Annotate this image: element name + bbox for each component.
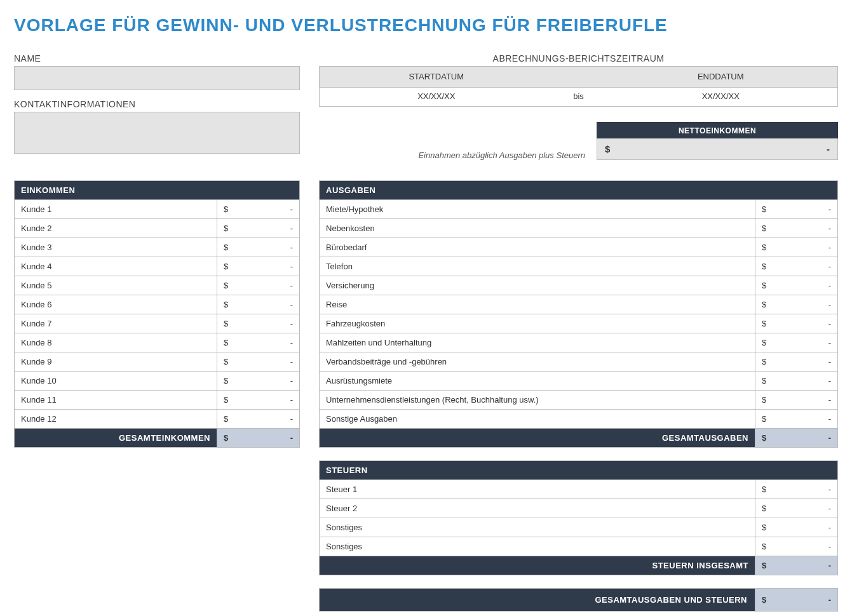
tax-label[interactable]: Steuer 1: [320, 480, 755, 499]
tax-amount[interactable]: $-: [755, 480, 838, 499]
expense-row: Versicherung$-: [320, 276, 838, 295]
taxes-table: STEUERN Steuer 1$-Steuer 2$-Sonstiges$-S…: [319, 460, 838, 575]
income-row: Kunde 8$-: [15, 333, 300, 352]
contact-label: KONTAKTINFORMATIONEN: [14, 99, 300, 109]
income-label[interactable]: Kunde 10: [15, 372, 217, 391]
expense-amount[interactable]: $-: [755, 295, 838, 314]
income-label[interactable]: Kunde 5: [15, 276, 217, 295]
expense-label[interactable]: Bürobedarf: [320, 238, 755, 257]
income-amount[interactable]: $-: [217, 391, 300, 410]
income-amount[interactable]: $-: [217, 352, 300, 372]
expense-label[interactable]: Verbandsbeiträge und -gebühren: [320, 352, 755, 372]
income-total-label: GESAMTEINKOMMEN: [15, 429, 217, 448]
expense-label[interactable]: Versicherung: [320, 276, 755, 295]
expense-label[interactable]: Fahrzeugkosten: [320, 314, 755, 333]
income-amount[interactable]: $-: [217, 333, 300, 352]
expense-label[interactable]: Reise: [320, 295, 755, 314]
net-income-amount: -: [827, 144, 830, 154]
tax-amount[interactable]: $-: [755, 499, 838, 518]
income-row: Kunde 5$-: [15, 276, 300, 295]
expense-row: Bürobedarf$-: [320, 238, 838, 257]
income-label[interactable]: Kunde 9: [15, 352, 217, 372]
tax-label[interactable]: Steuer 2: [320, 499, 755, 518]
expense-amount[interactable]: $-: [755, 333, 838, 352]
income-amount[interactable]: $-: [217, 410, 300, 429]
income-row: Kunde 3$-: [15, 238, 300, 257]
income-amount[interactable]: $-: [217, 238, 300, 257]
tax-label[interactable]: Sonstiges: [320, 518, 755, 537]
name-label: NAME: [14, 53, 300, 64]
expense-label[interactable]: Telefon: [320, 257, 755, 276]
expense-amount[interactable]: $-: [755, 276, 838, 295]
expense-row: Sonstige Ausgaben$-: [320, 410, 838, 429]
income-label[interactable]: Kunde 12: [15, 410, 217, 429]
expense-amount[interactable]: $-: [755, 200, 838, 219]
income-amount[interactable]: $-: [217, 276, 300, 295]
income-row: Kunde 4$-: [15, 257, 300, 276]
net-income-value: $ -: [597, 138, 838, 160]
expenses-total-label: GESAMTAUSGABEN: [320, 429, 755, 448]
income-row: Kunde 11$-: [15, 391, 300, 410]
expense-label[interactable]: Sonstige Ausgaben: [320, 410, 755, 429]
contact-input[interactable]: [14, 112, 300, 154]
end-date-header: ENDDATUM: [604, 67, 838, 87]
income-row: Kunde 12$-: [15, 410, 300, 429]
income-amount[interactable]: $-: [217, 200, 300, 219]
income-label[interactable]: Kunde 11: [15, 391, 217, 410]
expense-amount[interactable]: $-: [755, 352, 838, 372]
income-label[interactable]: Kunde 2: [15, 219, 217, 238]
taxes-total-label: STEUERN INSGESAMT: [320, 556, 755, 575]
expense-amount[interactable]: $-: [755, 219, 838, 238]
start-date-header: STARTDATUM: [320, 67, 553, 87]
income-amount[interactable]: $-: [217, 219, 300, 238]
expense-row: Verbandsbeiträge und -gebühren$-: [320, 352, 838, 372]
income-label[interactable]: Kunde 6: [15, 295, 217, 314]
tax-label[interactable]: Sonstiges: [320, 537, 755, 556]
net-income-header: NETTOEINKOMMEN: [597, 122, 838, 138]
expense-label[interactable]: Ausrüstungsmiete: [320, 372, 755, 391]
period-label: ABRECHNUNGS-BERICHTSZEITRAUM: [319, 53, 838, 64]
expense-amount[interactable]: $-: [755, 372, 838, 391]
grand-total-label: GESAMTAUSGABEN UND STEUERN: [320, 589, 755, 612]
expense-amount[interactable]: $-: [755, 410, 838, 429]
tax-row: Sonstiges$-: [320, 518, 838, 537]
taxes-total-value: $-: [755, 556, 838, 575]
period-value-row: XX/XX/XX bis XX/XX/XX: [319, 88, 838, 107]
start-date-value[interactable]: XX/XX/XX: [320, 88, 553, 106]
tax-amount[interactable]: $-: [755, 537, 838, 556]
expense-amount[interactable]: $-: [755, 391, 838, 410]
income-label[interactable]: Kunde 8: [15, 333, 217, 352]
expense-label[interactable]: Unternehmensdienstleistungen (Recht, Buc…: [320, 391, 755, 410]
income-amount[interactable]: $-: [217, 295, 300, 314]
period-header-row: STARTDATUM ENDDATUM: [319, 66, 838, 88]
expense-label[interactable]: Nebenkosten: [320, 219, 755, 238]
income-amount[interactable]: $-: [217, 257, 300, 276]
expense-row: Telefon$-: [320, 257, 838, 276]
taxes-header: STEUERN: [320, 461, 838, 480]
expense-amount[interactable]: $-: [755, 314, 838, 333]
income-label[interactable]: Kunde 7: [15, 314, 217, 333]
expenses-header: AUSGABEN: [320, 181, 838, 200]
income-label[interactable]: Kunde 1: [15, 200, 217, 219]
income-label[interactable]: Kunde 3: [15, 238, 217, 257]
income-row: Kunde 9$-: [15, 352, 300, 372]
end-date-value[interactable]: XX/XX/XX: [604, 88, 838, 106]
expense-row: Nebenkosten$-: [320, 219, 838, 238]
expense-label[interactable]: Miete/Hypothek: [320, 200, 755, 219]
expense-amount[interactable]: $-: [755, 257, 838, 276]
expense-amount[interactable]: $-: [755, 238, 838, 257]
name-input[interactable]: [14, 66, 300, 90]
grand-total-table: GESAMTAUSGABEN UND STEUERN $-: [319, 588, 838, 612]
tax-row: Steuer 1$-: [320, 480, 838, 499]
tax-row: Sonstiges$-: [320, 537, 838, 556]
income-total-value: $-: [217, 429, 300, 448]
expense-label[interactable]: Mahlzeiten und Unterhaltung: [320, 333, 755, 352]
income-amount[interactable]: $-: [217, 372, 300, 391]
expense-row: Reise$-: [320, 295, 838, 314]
income-label[interactable]: Kunde 4: [15, 257, 217, 276]
net-income-note: Einnahmen abzüglich Ausgaben plus Steuer…: [319, 151, 597, 160]
income-row: Kunde 6$-: [15, 295, 300, 314]
expense-row: Miete/Hypothek$-: [320, 200, 838, 219]
tax-amount[interactable]: $-: [755, 518, 838, 537]
income-amount[interactable]: $-: [217, 314, 300, 333]
